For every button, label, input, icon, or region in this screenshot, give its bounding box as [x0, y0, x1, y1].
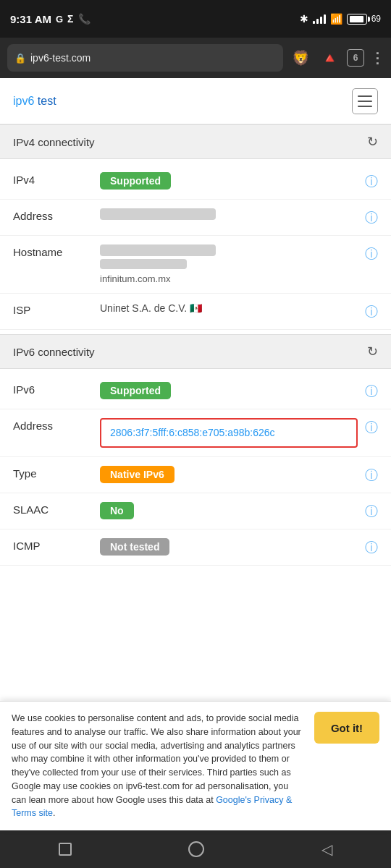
ipv6-address-text: 2806:3f7:5fff:6:c858:e705:a98b:626c — [110, 427, 275, 438]
ipv6-type-value: Native IPv6 — [100, 466, 358, 483]
cookie-text: We use cookies to personalise content an… — [12, 712, 304, 820]
ipv6-icmp-row: ICMP Not tested ⓘ — [0, 529, 391, 566]
ipv4-help-icon[interactable]: ⓘ — [365, 173, 378, 190]
ipv4-section-header: IPv4 connectivity ↻ — [0, 124, 391, 159]
ipv4-refresh-icon[interactable]: ↻ — [367, 134, 378, 150]
browser-bottom-bar: ◁ — [0, 830, 391, 868]
status-sigma: Σ — [67, 13, 73, 25]
status-right-icons: ✱ 📶 69 — [300, 13, 381, 25]
ipv6-supported-badge: Supported — [100, 382, 171, 399]
browser-bar: 🔒 ipv6-test.com 🦁 🔺 6 ⋮ — [0, 38, 391, 78]
signal-bars — [313, 14, 326, 24]
battery-level: 69 — [371, 14, 381, 24]
ipv6-icmp-label: ICMP — [13, 538, 93, 552]
ipv6-type-label: Type — [13, 466, 93, 480]
ipv6-refresh-icon[interactable]: ↻ — [367, 344, 378, 359]
ipv4-value: Supported — [100, 172, 358, 190]
ipv4-hostname-blurred — [100, 244, 216, 256]
status-time: 9:31 AM — [10, 13, 51, 25]
nav-square-icon — [59, 843, 72, 856]
ipv6-slaac-row: SLAAC No ⓘ — [0, 493, 391, 529]
ipv6-address-row: Address 2806:3f7:5fff:6:c858:e705:a98b:6… — [0, 409, 391, 457]
status-carrier1: G — [56, 14, 63, 25]
ipv4-supported-badge: Supported — [100, 172, 171, 190]
lock-icon: 🔒 — [14, 53, 26, 64]
ipv4-hostname-blurred2 — [100, 259, 187, 269]
ipv4-hostname-row: Hostname infinitum.com.mx ⓘ — [0, 236, 391, 294]
ipv4-status-row: IPv4 Supported ⓘ — [0, 163, 391, 200]
cookie-banner: We use cookies to personalise content an… — [0, 701, 391, 830]
ipv6-label: IPv6 — [13, 382, 93, 396]
ipv4-isp-text: Uninet S.A. de C.V. 🇲🇽 — [100, 302, 202, 314]
logo-ipv6: ipv6 — [13, 95, 34, 107]
url-text: ipv6-test.com — [30, 52, 276, 64]
site-logo: ipv6 test — [13, 95, 56, 108]
wifi-icon: 📶 — [330, 13, 342, 25]
ipv4-address-row: Address ⓘ — [0, 200, 391, 236]
tab-count[interactable]: 6 — [347, 49, 364, 67]
nav-back-square[interactable] — [59, 843, 72, 856]
ipv6-type-row: Type Native IPv6 ⓘ — [0, 457, 391, 493]
ipv6-slaac-label: SLAAC — [13, 502, 93, 516]
ipv6-section-title: IPv6 connectivity — [13, 346, 95, 358]
ipv6-address-help-icon[interactable]: ⓘ — [365, 419, 378, 436]
ipv6-slaac-badge: No — [100, 502, 134, 519]
ipv4-isp-help-icon[interactable]: ⓘ — [365, 303, 378, 320]
ipv4-hostname-text: infinitum.com.mx — [100, 273, 358, 284]
ipv6-slaac-help-icon[interactable]: ⓘ — [365, 503, 378, 520]
ipv6-content: IPv6 Supported ⓘ Address 2806:3f7:5fff:6… — [0, 369, 391, 570]
bluetooth-icon: ✱ — [300, 13, 308, 25]
ipv4-address-blurred — [100, 208, 216, 220]
site-header: ipv6 test — [0, 78, 391, 124]
ipv4-address-value — [100, 208, 358, 222]
cookie-message: We use cookies to personalise content an… — [12, 713, 301, 805]
ipv4-address-help-icon[interactable]: ⓘ — [365, 209, 378, 226]
ipv4-hostname-value: infinitum.com.mx — [100, 244, 358, 284]
ipv4-content: IPv4 Supported ⓘ Address ⓘ Hostname infi… — [0, 159, 391, 334]
nav-back-triangle[interactable]: ◁ — [321, 841, 332, 858]
ipv6-address-label: Address — [13, 418, 93, 432]
location-icon[interactable]: 🔺 — [318, 46, 341, 69]
ipv6-section-header: IPv6 connectivity ↻ — [0, 334, 391, 369]
ipv4-hostname-help-icon[interactable]: ⓘ — [365, 245, 378, 263]
logo-test: test — [34, 95, 56, 107]
nav-home-circle[interactable] — [188, 841, 204, 857]
battery-icon — [347, 14, 367, 25]
ipv4-isp-label: ISP — [13, 302, 93, 316]
ipv6-icmp-badge: Not tested — [100, 538, 169, 556]
status-bar: 9:31 AM G Σ 📞 ✱ 📶 69 — [0, 0, 391, 38]
ipv6-status-row: IPv6 Supported ⓘ — [0, 373, 391, 409]
ipv6-type-help-icon[interactable]: ⓘ — [365, 467, 378, 484]
ipv6-address-box: 2806:3f7:5fff:6:c858:e705:a98b:626c — [100, 418, 358, 448]
ipv6-icmp-help-icon[interactable]: ⓘ — [365, 539, 378, 556]
url-bar[interactable]: 🔒 ipv6-test.com — [7, 44, 283, 72]
ipv4-isp-value: Uninet S.A. de C.V. 🇲🇽 — [100, 302, 358, 314]
ipv4-address-label: Address — [13, 208, 93, 222]
hamburger-menu[interactable] — [352, 88, 378, 114]
ipv4-section-title: IPv4 connectivity — [13, 136, 95, 148]
brave-icon[interactable]: 🦁 — [289, 46, 312, 69]
status-phone-icon: 📞 — [78, 13, 91, 25]
browser-menu-button[interactable]: ⋮ — [370, 49, 384, 67]
got-it-button[interactable]: Got it! — [314, 712, 379, 744]
ipv4-hostname-label: Hostname — [13, 244, 93, 258]
ipv6-slaac-value: No — [100, 502, 358, 519]
ipv4-isp-row: ISP Uninet S.A. de C.V. 🇲🇽 ⓘ — [0, 294, 391, 330]
ipv6-help-icon[interactable]: ⓘ — [365, 383, 378, 400]
ipv6-value: Supported — [100, 382, 358, 399]
ipv4-label: IPv4 — [13, 172, 93, 186]
ipv6-type-badge: Native IPv6 — [100, 466, 175, 483]
ipv6-icmp-value: Not tested — [100, 538, 358, 556]
